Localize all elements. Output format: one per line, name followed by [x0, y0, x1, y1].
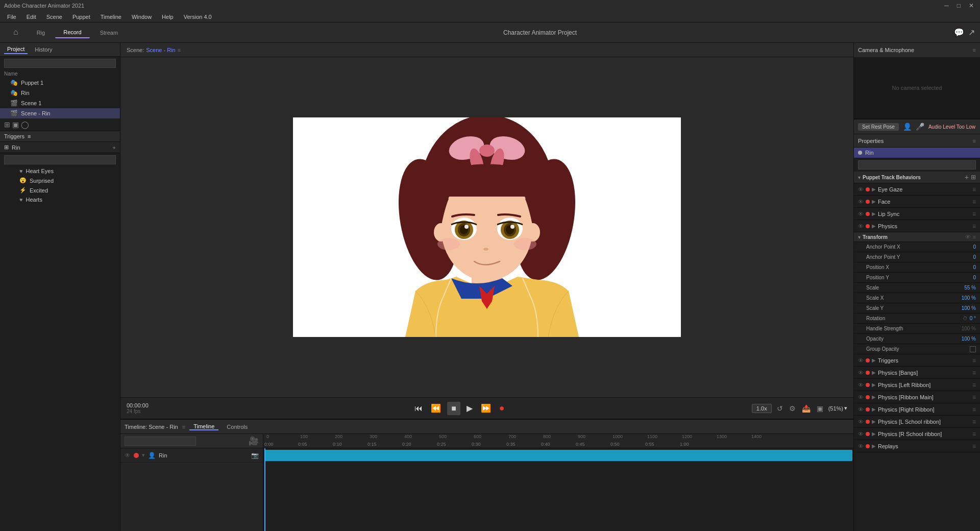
speed-button[interactable]: 1.0x: [752, 404, 772, 413]
lip-sync-expand-icon[interactable]: ▶: [872, 211, 876, 216]
camera-menu-icon[interactable]: ≡: [973, 47, 976, 53]
timeline-search-input[interactable]: [125, 437, 196, 446]
menu-timeline[interactable]: Timeline: [95, 11, 127, 22]
eye-gaze-menu-icon[interactable]: ≡: [972, 186, 976, 193]
step-forward-button[interactable]: ⏩: [479, 402, 493, 414]
rin-track-bar[interactable]: [264, 450, 852, 461]
physics-visibility-icon[interactable]: 👁: [858, 223, 864, 229]
anchor-point-x-value[interactable]: 0: [973, 244, 976, 250]
project-item-puppet1[interactable]: 🎭 Puppet 1: [0, 78, 120, 88]
behavior-physics[interactable]: 👁 ▶ Physics ≡: [854, 220, 980, 232]
record-button[interactable]: ●: [497, 402, 507, 415]
anchor-point-y-value[interactable]: 0: [973, 254, 976, 260]
physics-lr-menu[interactable]: ≡: [972, 381, 976, 389]
physics-rsr-expand[interactable]: ▶: [872, 431, 876, 437]
tab-history[interactable]: History: [32, 45, 55, 54]
face-visibility-icon[interactable]: 👁: [858, 199, 864, 205]
scene-menu-icon[interactable]: ≡: [178, 47, 181, 53]
replays-visibility[interactable]: 👁: [858, 443, 864, 449]
group-opacity-checkbox[interactable]: [970, 346, 976, 352]
physics-lsr-menu[interactable]: ≡: [972, 418, 976, 425]
eye-gaze-expand-icon[interactable]: ▶: [872, 186, 876, 192]
transform-visibility-icon[interactable]: 👁: [965, 234, 971, 240]
share-icon[interactable]: ↗: [968, 28, 975, 37]
settings-icon[interactable]: ⚙: [788, 403, 797, 414]
tab-record[interactable]: Record: [55, 27, 89, 38]
transform-header[interactable]: ▾ Transform 👁 ≡: [854, 232, 980, 242]
play-button[interactable]: ▶: [464, 402, 475, 414]
triggers-search-input[interactable]: [4, 155, 116, 164]
rotation-value[interactable]: 0 °: [970, 316, 976, 321]
properties-search-input[interactable]: [858, 160, 976, 170]
rewind-button[interactable]: ⏪: [429, 402, 443, 414]
project-search-input[interactable]: [4, 59, 116, 68]
physics-ribbon-main[interactable]: 👁 ▶ Physics [Ribbon Main] ≡: [854, 391, 980, 403]
transform-menu-icon[interactable]: ≡: [973, 234, 976, 240]
position-x-value[interactable]: 0: [973, 264, 976, 270]
loop-icon[interactable]: ↺: [776, 403, 784, 414]
zoom-control[interactable]: (51%) ▾: [828, 405, 847, 412]
behavior-face[interactable]: 👁 ▶ Face ≡: [854, 196, 980, 208]
minimize-button[interactable]: ─: [942, 2, 951, 9]
rin-property-row[interactable]: Rin: [854, 148, 980, 158]
physics-rr-expand[interactable]: ▶: [872, 406, 876, 412]
tab-home[interactable]: ⌂: [5, 26, 27, 40]
triggers-section-menu[interactable]: ≡: [972, 357, 976, 364]
comment-icon[interactable]: 💬: [954, 28, 964, 37]
eye-gaze-visibility-icon[interactable]: 👁: [858, 186, 864, 192]
menu-puppet[interactable]: Puppet: [67, 11, 95, 22]
physics-lr-expand[interactable]: ▶: [872, 382, 876, 388]
physics-bangs[interactable]: 👁 ▶ Physics [Bangs] ≡: [854, 367, 980, 379]
triggers-section[interactable]: 👁 ▶ Triggers ≡: [854, 354, 980, 367]
properties-menu-icon[interactable]: ≡: [973, 138, 976, 144]
menu-file[interactable]: File: [2, 11, 21, 22]
physics-menu-icon[interactable]: ≡: [972, 223, 976, 230]
physics-rr-visibility[interactable]: 👁: [858, 406, 864, 413]
replays-menu[interactable]: ≡: [972, 443, 976, 450]
physics-lsr-expand[interactable]: ▶: [872, 419, 876, 424]
physics-rsr-menu[interactable]: ≡: [972, 430, 976, 438]
set-rest-pose-button[interactable]: Set Rest Pose: [858, 123, 899, 131]
tab-project[interactable]: Project: [4, 45, 28, 54]
ptb-add-button[interactable]: +: [965, 173, 969, 181]
physics-bangs-expand[interactable]: ▶: [872, 370, 876, 375]
scene-link[interactable]: Scene - Rin: [146, 47, 175, 53]
timeline-track-rin[interactable]: 👁 ▾ 👤 Rin 📷: [120, 448, 263, 463]
tab-timeline[interactable]: Timeline: [189, 423, 218, 430]
triggers-expand-icon[interactable]: ▶: [872, 357, 876, 363]
physics-expand-icon[interactable]: ▶: [872, 223, 876, 229]
maximize-button[interactable]: □: [955, 2, 963, 9]
menu-window[interactable]: Window: [127, 11, 157, 22]
opacity-value[interactable]: 100 %: [962, 336, 976, 342]
ptb-icon-add[interactable]: ⊞: [971, 174, 976, 181]
position-y-value[interactable]: 0: [973, 275, 976, 280]
trigger-item-surprised[interactable]: 😮 Surprised: [0, 176, 120, 185]
track-visibility-icon[interactable]: 👁: [125, 452, 131, 459]
timeline-add-button[interactable]: 🎥: [249, 436, 259, 446]
physics-r-school-ribbon[interactable]: 👁 ▶ Physics [R School ribbon] ≡: [854, 428, 980, 440]
menu-scene[interactable]: Scene: [41, 11, 67, 22]
physics-l-school-ribbon[interactable]: 👁 ▶ Physics [L School ribbon] ≡: [854, 416, 980, 428]
physics-bangs-menu[interactable]: ≡: [972, 369, 976, 376]
project-item-scene1[interactable]: 🎬 Scene 1: [0, 98, 120, 108]
stop-button[interactable]: ■: [447, 402, 460, 415]
physics-left-ribbon[interactable]: 👁 ▶ Physics [Left Ribbon] ≡: [854, 379, 980, 391]
behavior-eye-gaze[interactable]: 👁 ▶ Eye Gaze ≡: [854, 183, 980, 196]
trigger-add-icon[interactable]: +: [113, 144, 116, 151]
trigger-item-hearteyes[interactable]: ♥ Heart Eyes: [0, 166, 120, 176]
puppet-track-behaviors-header[interactable]: ▾ Puppet Track Behaviors + ⊞: [854, 172, 980, 183]
project-item-rin[interactable]: 🎭 Rin: [0, 88, 120, 98]
trigger-item-hearts[interactable]: ♥ Hearts: [0, 195, 120, 204]
track-camera-icon[interactable]: 📷: [251, 452, 259, 459]
face-menu-icon[interactable]: ≡: [972, 198, 976, 205]
layout-icon[interactable]: ▣: [816, 403, 824, 414]
physics-lr-visibility[interactable]: 👁: [858, 382, 864, 388]
scale-y-value[interactable]: 100 %: [962, 305, 976, 311]
physics-rr-menu[interactable]: ≡: [972, 406, 976, 413]
tab-rig[interactable]: Rig: [29, 28, 54, 38]
replays-expand[interactable]: ▶: [872, 443, 876, 449]
menu-edit[interactable]: Edit: [21, 11, 41, 22]
physics-lsr-visibility[interactable]: 👁: [858, 419, 864, 425]
physics-right-ribbon[interactable]: 👁 ▶ Physics [Right Ribbon] ≡: [854, 403, 980, 416]
physics-rm-expand[interactable]: ▶: [872, 394, 876, 400]
